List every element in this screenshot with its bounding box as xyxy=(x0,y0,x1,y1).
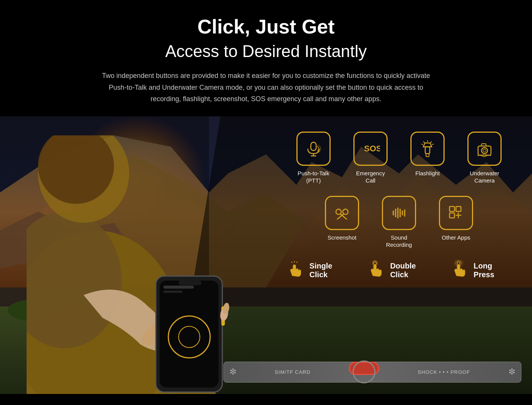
underwater-camera-label: Underwater Camera xyxy=(470,170,499,184)
svg-rect-35 xyxy=(425,147,430,154)
sos-icon-box: SOS xyxy=(353,132,388,166)
interaction-row: Single Click Double Click xyxy=(285,260,513,281)
main-title: Click, Just Get xyxy=(68,15,464,38)
icon-item-flashlight: Flashlight xyxy=(403,132,452,184)
svg-rect-31 xyxy=(311,142,316,151)
single-click-label: Single Click xyxy=(309,262,350,279)
icons-row-1: Push-to-Talk (PTT) SOS Emergency Call xyxy=(285,132,513,184)
svg-point-66 xyxy=(457,262,460,265)
svg-rect-27 xyxy=(163,291,182,293)
icons-row-2: Screenshot Sound R xyxy=(285,196,513,249)
long-press-icon xyxy=(449,260,469,281)
sound-recording-icon-box xyxy=(382,196,416,230)
other-apps-label: Other Apps xyxy=(442,234,470,241)
double-click-icon xyxy=(366,260,385,281)
sim-tf-label: SIM/TF CARD xyxy=(275,369,310,375)
svg-marker-36 xyxy=(423,143,432,147)
double-click-label: Double Click xyxy=(390,262,434,279)
svg-point-45 xyxy=(483,149,486,152)
svg-line-38 xyxy=(423,141,424,143)
icon-item-ptt: Push-to-Talk (PTT) xyxy=(289,132,338,184)
flashlight-icon-box xyxy=(410,132,445,166)
ptt-icon-box xyxy=(296,132,331,166)
svg-rect-57 xyxy=(456,206,461,211)
svg-rect-56 xyxy=(450,206,454,211)
bottom-bar: ✼ SIM/TF CARD SHOCK • • • PROOF ✼ xyxy=(223,362,521,383)
shock-proof-label: SHOCK • • • PROOF xyxy=(418,369,470,375)
single-click-item: Single Click xyxy=(285,260,350,281)
svg-line-41 xyxy=(432,144,434,145)
left-snowflake-icon: ✼ xyxy=(230,367,236,377)
svg-rect-58 xyxy=(450,213,454,218)
svg-point-64 xyxy=(374,262,377,265)
ptt-label: Push-to-Talk (PTT) xyxy=(298,170,329,184)
right-snowflake-icon: ✼ xyxy=(508,367,515,377)
double-click-item: Double Click xyxy=(366,260,434,281)
svg-rect-26 xyxy=(163,286,194,289)
svg-line-62 xyxy=(296,262,297,263)
screenshot-icon-box xyxy=(325,196,359,230)
icon-item-sound-recording: Sound Recording xyxy=(374,196,424,249)
description-text: Two independent buttons are provided to … xyxy=(95,70,437,105)
phone-area xyxy=(27,130,319,394)
icon-item-underwater-camera: Underwater Camera xyxy=(460,132,509,184)
button-circle xyxy=(353,361,375,383)
single-click-icon xyxy=(285,260,305,281)
header-section: Click, Just Get Access to Desired Instan… xyxy=(0,0,532,116)
flashlight-label: Flashlight xyxy=(415,170,440,177)
long-press-label: Long Press xyxy=(473,262,513,279)
icon-item-other-apps: Other Apps xyxy=(431,196,481,249)
svg-line-39 xyxy=(431,141,432,143)
long-press-item: Long Press xyxy=(449,260,513,281)
svg-text:SOS: SOS xyxy=(364,144,380,153)
svg-line-40 xyxy=(421,144,423,145)
svg-line-63 xyxy=(291,262,292,263)
sos-label: Emergency Call xyxy=(356,170,385,184)
icon-item-sos: SOS Emergency Call xyxy=(346,132,395,184)
icons-area: Push-to-Talk (PTT) SOS Emergency Call xyxy=(277,124,521,289)
content-section: Push-to-Talk (PTT) SOS Emergency Call xyxy=(0,116,532,394)
screenshot-label: Screenshot xyxy=(328,234,356,241)
other-apps-icon-box xyxy=(439,196,473,230)
sound-recording-label: Sound Recording xyxy=(386,234,412,249)
icon-item-screenshot: Screenshot xyxy=(317,196,367,249)
sub-title: Access to Desired Instantly xyxy=(68,42,464,61)
svg-point-44 xyxy=(481,148,488,154)
svg-rect-23 xyxy=(179,281,201,285)
underwater-camera-icon-box xyxy=(467,132,502,166)
